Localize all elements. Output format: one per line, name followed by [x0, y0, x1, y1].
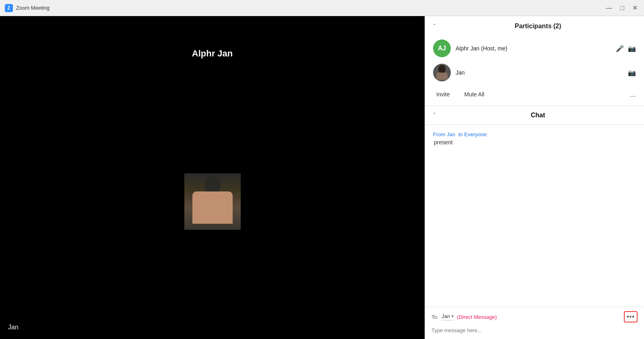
participant-item: AJ Alphr Jan (Host, me) 🎤 📷: [425, 36, 644, 60]
participants-more-button[interactable]: ...: [630, 90, 636, 99]
chat-messages: From Jan to Everyone: present: [425, 125, 644, 307]
maximize-button[interactable]: □: [620, 5, 624, 11]
thumbnail-image: [184, 173, 241, 230]
chat-header: ˅ Chat: [425, 106, 644, 125]
video-thumbnail: [184, 173, 241, 230]
participant-item: Jan 📷: [425, 60, 644, 85]
select-chevron-icon: ▾: [452, 314, 454, 318]
participants-chevron[interactable]: ˅: [433, 23, 436, 29]
avatar-jan: [433, 64, 451, 81]
participant-controls: 📷: [628, 69, 636, 77]
video-area: Alphr Jan Jan: [0, 16, 425, 339]
right-panel: ˅ Participants (2) AJ Alphr Jan (Host, m…: [425, 16, 644, 339]
chat-from: From Jan: [433, 131, 455, 137]
avatar-initials: AJ: [438, 45, 446, 52]
participants-title: Participants (2): [440, 23, 636, 30]
chat-to: to Everyone:: [458, 131, 488, 137]
chat-to-label: To:: [431, 314, 438, 320]
chat-section: ˅ Chat From Jan to Everyone: present To:…: [425, 106, 644, 339]
participant-name: Jan: [456, 69, 465, 76]
invite-button[interactable]: Invite: [433, 89, 453, 99]
minimize-button[interactable]: —: [606, 5, 612, 11]
chat-input-area: To: Jan ▾ (Direct Message) •••: [425, 307, 644, 339]
titlebar: Z Zoom Meeting — □ ✕: [0, 0, 644, 16]
participant-info: Alphr Jan (Host, me): [456, 45, 611, 52]
chat-message-text: present: [433, 139, 636, 146]
close-button[interactable]: ✕: [632, 5, 638, 11]
chat-direct-message-label: (Direct Message): [457, 314, 621, 320]
zoom-icon: Z: [5, 4, 13, 12]
participants-header: ˅ Participants (2): [425, 16, 644, 36]
video-off-icon: 📷: [628, 69, 636, 77]
participants-footer: Invite Mute All ...: [425, 85, 644, 106]
chat-text-input[interactable]: [431, 326, 638, 335]
video-participant-name-bottom: Jan: [8, 324, 19, 331]
app-title: Zoom Meeting: [16, 5, 50, 11]
video-participant-name-top: Alphr Jan: [192, 48, 233, 59]
chat-recipient-value: Jan: [442, 313, 450, 319]
mute-all-button[interactable]: Mute All: [461, 89, 487, 99]
main-container: Alphr Jan Jan ˅ Participants (2) AJ Alph…: [0, 16, 644, 339]
chat-recipient-selector[interactable]: Jan ▾: [442, 313, 454, 320]
participant-info: Jan: [456, 69, 623, 76]
participants-section: ˅ Participants (2) AJ Alphr Jan (Host, m…: [425, 16, 644, 106]
chat-message: From Jan to Everyone: present: [433, 131, 636, 146]
participant-controls: 🎤 📷: [616, 45, 636, 52]
mic-icon: 🎤: [616, 45, 624, 52]
chat-to-row: To: Jan ▾ (Direct Message) •••: [431, 311, 638, 322]
chat-title: Chat: [440, 112, 636, 119]
window-controls: — □ ✕: [606, 5, 638, 11]
chat-message-meta: From Jan to Everyone:: [433, 131, 636, 137]
participant-name: Alphr Jan (Host, me): [456, 45, 507, 52]
video-off-icon: 📷: [628, 45, 636, 52]
chat-more-button[interactable]: •••: [624, 311, 638, 322]
chat-chevron[interactable]: ˅: [433, 112, 436, 119]
avatar-aj: AJ: [433, 40, 451, 57]
